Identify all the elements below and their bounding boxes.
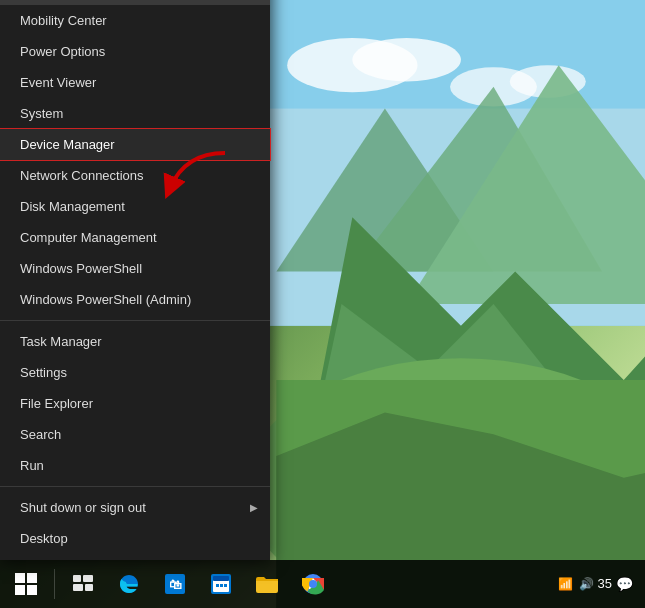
menu-divider-10 xyxy=(0,320,270,321)
menu-item-settings[interactable]: Settings xyxy=(0,357,270,388)
menu-item-task-manager[interactable]: Task Manager xyxy=(0,326,270,357)
menu-divider-15 xyxy=(0,486,270,487)
menu-item-desktop[interactable]: Desktop xyxy=(0,523,270,554)
svg-rect-17 xyxy=(27,573,37,583)
network-icon[interactable]: 📶 xyxy=(558,577,573,591)
notification-icon[interactable]: 💬 xyxy=(616,576,633,592)
edge-button[interactable] xyxy=(107,562,151,606)
menu-item-windows-powershell[interactable]: Windows PowerShell xyxy=(0,253,270,284)
menu-item-windows-powershell-admin[interactable]: Windows PowerShell (Admin) xyxy=(0,284,270,315)
taskbar-divider-1 xyxy=(54,569,55,599)
svg-text:🛍: 🛍 xyxy=(169,577,182,592)
chrome-button[interactable] xyxy=(291,562,335,606)
svg-point-3 xyxy=(352,38,461,81)
menu-item-network-connections[interactable]: Network Connections xyxy=(0,160,270,191)
svg-rect-28 xyxy=(213,576,229,581)
menu-item-disk-management[interactable]: Disk Management xyxy=(0,191,270,222)
taskbar: 🛍 📶 🔊 3 xyxy=(0,560,645,608)
menu-item-device-manager[interactable]: Device Manager xyxy=(0,129,270,160)
svg-rect-30 xyxy=(220,584,223,587)
svg-rect-32 xyxy=(256,579,278,593)
svg-rect-18 xyxy=(15,585,25,595)
menu-item-mobility-center[interactable]: Mobility Center xyxy=(0,5,270,36)
clock-time: 35 xyxy=(598,576,612,593)
system-clock[interactable]: 35 xyxy=(598,576,612,593)
context-menu: Apps and FeaturesMobility CenterPower Op… xyxy=(0,0,270,560)
menu-item-system[interactable]: System xyxy=(0,98,270,129)
svg-rect-29 xyxy=(216,584,219,587)
menu-item-file-explorer[interactable]: File Explorer xyxy=(0,388,270,419)
svg-rect-23 xyxy=(85,584,93,591)
volume-icon[interactable]: 🔊 xyxy=(579,577,594,591)
svg-point-35 xyxy=(309,580,317,588)
svg-rect-22 xyxy=(73,584,83,591)
menu-item-computer-management[interactable]: Computer Management xyxy=(0,222,270,253)
menu-item-power-options[interactable]: Power Options xyxy=(0,36,270,67)
svg-rect-21 xyxy=(83,575,93,582)
store-button[interactable]: 🛍 xyxy=(153,562,197,606)
svg-rect-16 xyxy=(15,573,25,583)
menu-item-search[interactable]: Search xyxy=(0,419,270,450)
task-view-button[interactable] xyxy=(61,562,105,606)
svg-rect-19 xyxy=(27,585,37,595)
menu-item-run[interactable]: Run xyxy=(0,450,270,481)
system-tray: 📶 🔊 35 💬 xyxy=(558,576,641,593)
menu-item-shut-down-or-sign-out[interactable]: Shut down or sign out xyxy=(0,492,270,523)
file-explorer-button[interactable] xyxy=(245,562,289,606)
start-button[interactable] xyxy=(4,562,48,606)
svg-rect-31 xyxy=(224,584,227,587)
calendar-button[interactable] xyxy=(199,562,243,606)
menu-item-event-viewer[interactable]: Event Viewer xyxy=(0,67,270,98)
svg-rect-20 xyxy=(73,575,81,582)
